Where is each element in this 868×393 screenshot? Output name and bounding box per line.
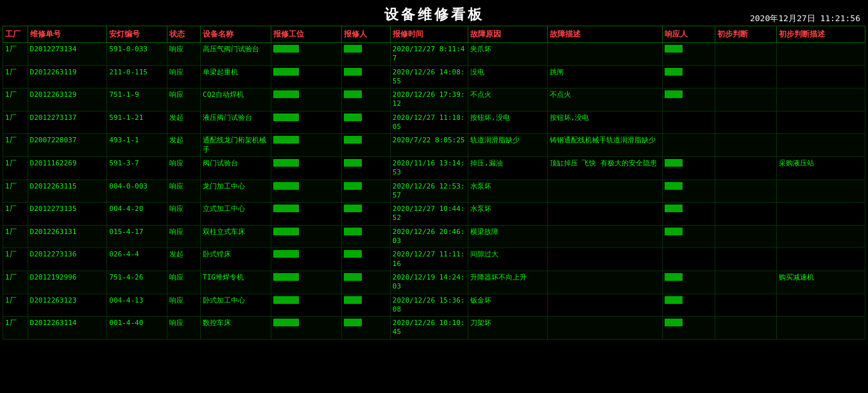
cell-fault-desc: 跳闸 — [547, 65, 662, 88]
cell-fault-desc: 不点火 — [547, 88, 662, 112]
redacted-value — [344, 273, 362, 281]
cell-responder — [662, 156, 715, 180]
cell-factory: 1厂 — [3, 317, 28, 340]
cell-repair-no: D2012273135 — [28, 203, 107, 226]
cell-reporter — [342, 294, 391, 317]
cell-fault-cause: 横梁故障 — [468, 225, 547, 248]
table-row: 1厂D2012192996751-4-26响应TIG堆焊专机 2020/12/1… — [3, 271, 865, 294]
cell-report-time: 2020/12/26 15:36:08 — [390, 294, 468, 317]
redacted-value — [665, 296, 683, 304]
cell-factory: 1厂 — [3, 156, 28, 180]
table-row: 1厂D2012263131015-4-17响应双柱立式车床 2020/12/26… — [3, 225, 865, 248]
cell-repair-no: D2007228037 — [28, 134, 107, 157]
cell-responder — [662, 43, 715, 66]
cell-factory: 1厂 — [3, 294, 28, 317]
cell-repair-no: D2012263119 — [28, 65, 107, 88]
redacted-value — [665, 205, 683, 212]
cell-prelim-desc — [777, 88, 865, 112]
cell-workstation — [271, 43, 342, 66]
cell-status: 响应 — [167, 317, 200, 340]
cell-prelim-judge — [715, 111, 777, 134]
cell-reporter — [342, 111, 391, 134]
redacted-value — [344, 319, 362, 326]
cell-reporter — [342, 134, 391, 157]
table-header-row: 工厂 维修单号 安灯编号 状态 设备名称 报修工位 报修人 报修时间 故障原因 … — [3, 26, 865, 43]
cell-fault-cause: 掉压,漏油 — [468, 156, 547, 180]
redacted-value — [344, 228, 362, 235]
cell-repair-no: D2012263123 — [28, 294, 107, 317]
cell-light-code: 004-4-20 — [107, 203, 167, 226]
redacted-value — [273, 136, 299, 144]
cell-reporter — [342, 43, 391, 66]
redacted-value — [273, 159, 299, 167]
cell-status: 响应 — [167, 156, 200, 180]
cell-responder — [662, 88, 715, 112]
cell-reporter — [342, 65, 391, 88]
redacted-value — [665, 68, 683, 76]
col-header-reporter: 报修人 — [342, 26, 391, 43]
table-row: 1厂D2012273136026-4-4发起卧式镗床 2020/12/27 11… — [3, 248, 865, 271]
cell-workstation — [271, 134, 342, 157]
cell-status: 响应 — [167, 271, 200, 294]
redacted-value — [665, 319, 683, 326]
cell-fault-cause: 按钮坏,没电 — [468, 111, 547, 134]
redacted-value — [344, 90, 362, 98]
cell-workstation — [271, 203, 342, 226]
cell-fault-cause: 轨道润滑脂缺少 — [468, 134, 547, 157]
cell-factory: 1厂 — [3, 271, 28, 294]
cell-factory: 1厂 — [3, 43, 28, 66]
cell-fault-cause: 不点火 — [468, 88, 547, 112]
cell-report-time: 2020/12/27 10:44:52 — [390, 203, 468, 226]
cell-reporter — [342, 271, 391, 294]
redacted-value — [273, 68, 299, 76]
cell-device-name: 液压阀门试验台 — [201, 111, 271, 134]
cell-factory: 1厂 — [3, 134, 28, 157]
cell-prelim-desc — [777, 65, 865, 88]
cell-status: 响应 — [167, 88, 200, 112]
cell-responder — [662, 248, 715, 271]
cell-prelim-judge — [715, 65, 777, 88]
cell-factory: 1厂 — [3, 180, 28, 203]
cell-workstation — [271, 88, 342, 112]
redacted-value — [344, 250, 362, 258]
cell-responder — [662, 225, 715, 248]
cell-prelim-judge — [715, 180, 777, 203]
cell-repair-no: D2011162269 — [28, 156, 107, 180]
cell-responder — [662, 317, 715, 340]
cell-prelim-desc — [777, 317, 865, 340]
cell-prelim-desc: 购买减速机 — [777, 271, 865, 294]
redacted-value — [344, 45, 362, 53]
redacted-value — [344, 136, 362, 144]
cell-status: 发起 — [167, 134, 200, 157]
cell-reporter — [342, 225, 391, 248]
cell-workstation — [271, 156, 342, 180]
cell-device-name: CQ2自动焊机 — [201, 88, 271, 112]
col-header-workstation: 报修工位 — [271, 26, 342, 43]
cell-responder — [662, 65, 715, 88]
cell-device-name: 数控车床 — [201, 317, 271, 340]
cell-responder — [662, 134, 715, 157]
main-table: 工厂 维修单号 安灯编号 状态 设备名称 报修工位 报修人 报修时间 故障原因 … — [3, 26, 865, 340]
cell-report-time: 2020/12/26 17:39:12 — [390, 88, 468, 112]
redacted-value — [273, 228, 299, 235]
cell-reporter — [342, 156, 391, 180]
cell-fault-desc: 按钮坏,没电 — [547, 111, 662, 134]
redacted-value — [344, 205, 362, 212]
redacted-value — [665, 159, 683, 167]
cell-fault-desc — [547, 248, 662, 271]
cell-factory: 1厂 — [3, 225, 28, 248]
redacted-value — [273, 319, 299, 326]
cell-status: 发起 — [167, 248, 200, 271]
table-row: 1厂D2012263123004-4-13响应卧式加工中心 2020/12/26… — [3, 294, 865, 317]
cell-device-name: 卧式加工中心 — [201, 294, 271, 317]
cell-device-name: 通配线龙门桁架机械手 — [201, 134, 271, 157]
cell-device-name: 阀门试验台 — [201, 156, 271, 180]
cell-fault-desc: 铸钢通配线机械手轨道润滑脂缺少 — [547, 134, 662, 157]
page-wrapper: 设备维修看板 2020年12月27日 11:21:56 — [0, 0, 868, 393]
cell-prelim-judge — [715, 271, 777, 294]
table-row: 1厂D2007228037493-1-1发起通配线龙门桁架机械手 2020/7/… — [3, 134, 865, 157]
col-header-status: 状态 — [167, 26, 200, 43]
table-row: 1厂D2012263119211-0-115响应单梁起重机 2020/12/26… — [3, 65, 865, 88]
redacted-value — [344, 159, 362, 167]
cell-workstation — [271, 317, 342, 340]
